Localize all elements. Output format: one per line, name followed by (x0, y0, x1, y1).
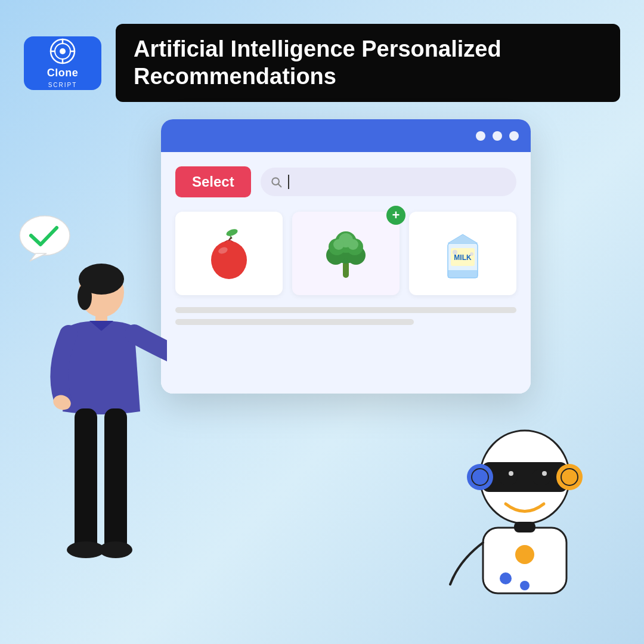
title-box: Artificial Intelligence Personalized Rec… (116, 24, 620, 102)
browser-titlebar (161, 119, 531, 152)
product-card-milk[interactable]: MILK (409, 212, 516, 295)
browser-window: Select (161, 119, 531, 394)
logo-box: Clone Script (24, 36, 101, 90)
svg-rect-39 (75, 408, 97, 552)
apple-illustration (202, 225, 256, 282)
svg-rect-40 (104, 408, 127, 552)
svg-point-2 (60, 48, 66, 54)
svg-point-21 (333, 239, 344, 250)
search-icon (270, 176, 282, 188)
skeleton-line-1 (175, 307, 516, 313)
svg-point-47 (500, 572, 512, 584)
skeleton-line-2 (175, 319, 414, 325)
svg-text:MILK: MILK (454, 253, 472, 262)
svg-point-58 (561, 469, 578, 485)
logo-sub: Script (48, 82, 78, 88)
svg-point-30 (453, 250, 457, 255)
header: Clone Script Artificial Intelligence Per… (24, 24, 620, 102)
product-grid: + (175, 212, 516, 295)
product-card-apple[interactable] (175, 212, 283, 295)
browser-dot-3 (509, 131, 519, 141)
svg-point-31 (470, 252, 473, 256)
svg-marker-25 (448, 234, 478, 243)
svg-rect-32 (448, 270, 478, 278)
svg-point-43 (20, 216, 70, 255)
svg-point-22 (348, 239, 358, 250)
add-badge: + (386, 206, 405, 225)
browser-dot-1 (476, 131, 485, 141)
clone-script-logo-icon (49, 38, 76, 64)
svg-marker-44 (30, 253, 47, 261)
svg-point-9 (225, 227, 239, 237)
svg-point-54 (542, 471, 547, 476)
logo-brand: Clone (47, 67, 79, 79)
svg-point-11 (211, 241, 247, 279)
svg-point-42 (99, 541, 132, 558)
svg-line-8 (278, 184, 281, 187)
select-button[interactable]: Select (175, 166, 251, 197)
search-bar[interactable] (261, 168, 516, 196)
skeleton-lines (175, 307, 516, 325)
person-illustration (36, 256, 167, 614)
browser-dot-2 (493, 131, 502, 141)
speech-bubble (18, 215, 72, 262)
svg-point-56 (472, 469, 488, 485)
svg-rect-50 (482, 462, 568, 492)
browser-content: Select (161, 152, 531, 394)
svg-point-52 (532, 469, 551, 485)
milk-illustration: MILK (442, 225, 484, 282)
broccoli-illustration (319, 225, 373, 282)
svg-rect-13 (343, 261, 349, 278)
search-cursor (288, 175, 289, 189)
logo-text-row: Clone (47, 67, 79, 79)
product-card-broccoli[interactable]: + (292, 212, 400, 295)
browser-toolbar: Select (175, 166, 516, 197)
svg-point-48 (520, 581, 530, 590)
svg-point-51 (499, 469, 518, 485)
svg-rect-59 (514, 522, 535, 532)
svg-point-53 (509, 471, 513, 476)
svg-point-35 (78, 284, 92, 310)
robot-illustration (441, 400, 608, 626)
svg-point-46 (515, 545, 534, 564)
page-title: Artificial Intelligence Personalized Rec… (134, 36, 602, 90)
